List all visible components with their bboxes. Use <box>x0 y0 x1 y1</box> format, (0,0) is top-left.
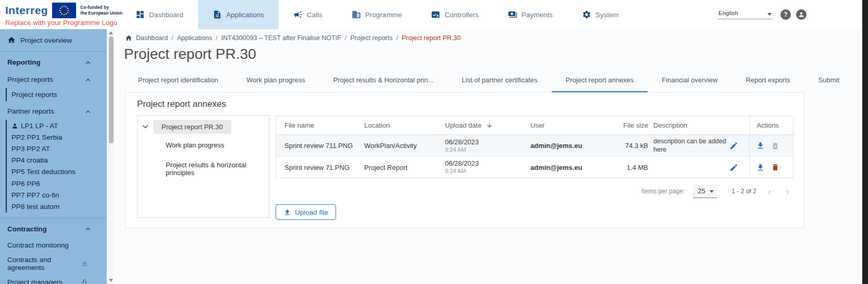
eu-flag-icon <box>52 3 76 18</box>
col-upload-date[interactable]: Upload date <box>445 121 530 129</box>
scroll-down-arrow[interactable] <box>109 279 113 282</box>
cell-location: WorkPlan/Activity <box>364 142 445 150</box>
sidebar-subgroup: Project reports <box>6 88 107 101</box>
nav-calls[interactable]: Calls <box>279 0 337 29</box>
tab-project-report-annexes[interactable]: Project report annexes <box>552 70 648 92</box>
tab-submit[interactable]: Submit <box>804 70 853 92</box>
tab-work-plan-progress[interactable]: Work plan progress <box>232 70 319 92</box>
tree-node-work-plan[interactable]: Work plan progress <box>166 141 224 149</box>
eu-flag-caption: Co-funded by the European Union <box>80 5 122 16</box>
tree-node-root[interactable]: Project report PR.30 <box>153 120 231 134</box>
upload-file-button[interactable]: Upload file <box>276 204 336 220</box>
breadcrumb-item[interactable]: Applications <box>177 34 212 42</box>
partner-label: PP4 croatia <box>11 156 48 164</box>
cell-upload-date: 06/28/2023 9:24 AM <box>445 160 530 175</box>
sidebar-section-contracting[interactable]: Contracting <box>0 218 107 238</box>
pagination: Items per page: 25 1 - 2 of 2 ‹ › <box>641 184 792 198</box>
time-value: 9:24 AM <box>445 168 530 175</box>
col-actions: Actions <box>749 116 786 134</box>
tab-report-exports[interactable]: Report exports <box>731 70 804 92</box>
chevron-down-icon[interactable] <box>142 125 149 129</box>
nav-controllers[interactable]: Controllers <box>416 0 493 29</box>
tab-partner-certificates[interactable]: List of partner certificates <box>448 70 551 92</box>
chevron-up-icon <box>85 227 91 231</box>
sidebar-item-partner[interactable]: PP4 croatia <box>7 155 107 166</box>
col-file-name: File name <box>276 121 364 129</box>
nav-payments[interactable]: Payments <box>493 0 567 29</box>
breadcrumb-separator: / <box>171 34 173 42</box>
applications-icon <box>213 10 222 19</box>
nav-programme[interactable]: Programme <box>337 0 417 29</box>
partner-label: PP7 PP7 co-fin <box>11 191 59 199</box>
brand-wordmark: Interreg <box>5 4 48 17</box>
chevron-up-icon <box>85 109 91 114</box>
col-location: Location <box>364 121 445 129</box>
scroll-up-arrow[interactable] <box>109 31 113 34</box>
partner-label: PP8 test autom <box>11 203 59 211</box>
programme-logo-placeholder: Replace with your Programme Logo <box>5 19 117 27</box>
upload-icon <box>283 208 291 216</box>
nav-label: Calls <box>307 11 323 19</box>
help-button[interactable]: ? <box>780 9 791 20</box>
annexes-heading: Project report annexes <box>137 99 226 109</box>
sidebar-scrollbar <box>107 29 115 284</box>
chevron-down-icon <box>710 190 714 193</box>
item-label: Contracts and agreements <box>7 256 82 271</box>
chevron-down-icon <box>767 13 772 16</box>
lock-open-icon <box>81 279 88 284</box>
sidebar-item-project-managers[interactable]: Project managers <box>0 275 107 284</box>
sidebar-item-contract-monitoring[interactable]: Contract monitoring <box>0 238 107 253</box>
language-select[interactable]: English <box>717 8 773 19</box>
edit-icon[interactable] <box>729 141 738 150</box>
download-icon[interactable] <box>756 163 765 172</box>
sidebar-item-partner[interactable]: LP1 LP - AT <box>7 120 107 131</box>
page-size-select[interactable]: 25 <box>693 184 717 198</box>
col-description: Description <box>648 121 749 129</box>
payments-icon <box>508 10 517 19</box>
sidebar-item-contracts-agreements[interactable]: Contracts and agreements <box>0 253 107 275</box>
breadcrumb-separator: / <box>345 34 346 42</box>
tree-node-project-results[interactable]: Project results & horizontal principles <box>166 161 269 177</box>
sidebar-item-partner[interactable]: PP3 PP2 AT <box>7 143 107 154</box>
description-text: description can be added here <box>653 138 729 154</box>
table-row: Sprint review 711.PNG WorkPlan/Activity … <box>276 135 793 157</box>
date-value: 06/28/2023 <box>445 160 530 168</box>
item-label: Contract monitoring <box>7 241 69 249</box>
breadcrumb-item[interactable]: Dashboard <box>136 34 168 42</box>
nav-label: Payments <box>522 11 553 19</box>
breadcrumb-item[interactable]: Project reports <box>350 34 392 42</box>
nav-applications[interactable]: Applications <box>198 0 279 29</box>
tab-project-report-identification[interactable]: Project report identification <box>124 70 232 92</box>
date-value: 06/28/2023 <box>445 139 530 146</box>
prev-page-icon[interactable]: ‹ <box>765 186 775 197</box>
partner-label: LP1 LP - AT <box>21 122 58 130</box>
sidebar-item-project-reports[interactable]: Project reports <box>7 88 107 101</box>
sidebar-item-partner[interactable]: PP6 PP6 <box>7 178 107 189</box>
sidebar-item-project-overview[interactable]: Project overview <box>0 29 107 51</box>
sidebar-item-partner[interactable]: PP8 test autom <box>7 201 107 212</box>
nav-system[interactable]: System <box>567 0 634 29</box>
system-icon <box>582 10 591 19</box>
sidebar-group-project-reports[interactable]: Project reports <box>0 71 107 87</box>
scrollbar-thumb[interactable] <box>109 36 114 143</box>
cell-actions <box>749 157 786 178</box>
cell-file-size: 1.4 MB <box>609 164 648 171</box>
download-icon[interactable] <box>756 141 765 150</box>
sidebar-section-reporting[interactable]: Reporting <box>0 52 107 71</box>
sidebar-group-partner-reports[interactable]: Partner reports <box>0 103 107 119</box>
sidebar-item-partner[interactable]: PP2 PP1 Serbia <box>7 131 107 143</box>
nav-label: Programme <box>365 11 402 19</box>
breadcrumb-item[interactable]: INT4300093 – TEST after Finalise NOTIF <box>221 34 341 42</box>
edit-icon[interactable] <box>729 163 738 172</box>
col-file-size: File size <box>609 121 648 129</box>
tab-project-results[interactable]: Project results & Horizontal prin... <box>319 70 448 92</box>
nav-dashboard[interactable]: Dashboard <box>121 0 198 29</box>
tab-financial-overview[interactable]: Financial overview <box>648 70 731 92</box>
upload-label: Upload file <box>295 208 328 216</box>
files-table: File name Location Upload date User File… <box>276 116 793 178</box>
next-page-icon[interactable]: › <box>783 186 792 197</box>
delete-icon[interactable] <box>771 163 779 171</box>
account-button[interactable] <box>796 9 807 20</box>
sidebar-item-partner[interactable]: PP7 PP7 co-fin <box>7 189 107 201</box>
sidebar-item-partner[interactable]: PP5 Test deductions <box>7 166 107 178</box>
